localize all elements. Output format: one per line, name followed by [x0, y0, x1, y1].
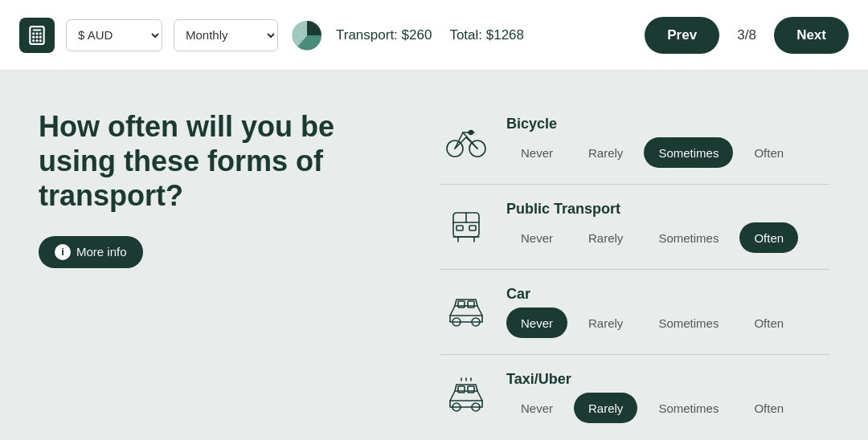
period-select[interactable]: Monthly Weekly Yearly	[174, 19, 278, 51]
transport-details: Taxi/UberNeverRarelySometimesOften	[506, 371, 829, 423]
transport-cost: Transport: $260	[336, 27, 432, 43]
more-info-label: More info	[76, 245, 127, 259]
pie-chart-icon	[289, 18, 325, 53]
transport-row: Public TransportNeverRarelySometimesOfte…	[440, 194, 829, 259]
transport-row: CarNeverRarelySometimesOften	[440, 279, 829, 344]
freq-btn-never[interactable]: Never	[506, 222, 567, 253]
freq-btn-never[interactable]: Never	[506, 393, 567, 423]
bicycle-icon	[440, 116, 492, 168]
taxi-icon	[440, 372, 492, 423]
calculator-icon	[19, 18, 55, 53]
transport-name: Car	[506, 286, 829, 303]
transport-details: BicycleNeverRarelySometimesOften	[506, 116, 829, 168]
freq-btn-often[interactable]: Often	[739, 137, 798, 168]
transport-details: Public TransportNeverRarelySometimesOfte…	[506, 201, 829, 253]
divider	[440, 184, 829, 185]
transport-row: BicycleNeverRarelySometimesOften	[440, 109, 829, 174]
topbar: $ AUD $ USD € EUR £ GBP Monthly Weekly Y…	[0, 0, 868, 71]
frequency-options: NeverRarelySometimesOften	[506, 137, 829, 168]
transport-row: Taxi/UberNeverRarelySometimesOften	[440, 365, 829, 430]
divider	[440, 354, 829, 355]
svg-rect-17	[457, 226, 463, 230]
divider	[440, 269, 829, 270]
freq-btn-sometimes[interactable]: Sometimes	[644, 308, 733, 338]
transport-name: Bicycle	[506, 116, 829, 132]
bus-icon	[440, 202, 492, 253]
freq-btn-rarely[interactable]: Rarely	[574, 308, 637, 338]
freq-btn-sometimes[interactable]: Sometimes	[644, 393, 733, 423]
next-button[interactable]: Next	[774, 17, 849, 54]
car-icon	[440, 287, 492, 338]
frequency-options: NeverRarelySometimesOften	[506, 393, 829, 423]
more-info-button[interactable]: i More info	[39, 236, 143, 268]
freq-btn-often[interactable]: Often	[739, 393, 798, 423]
total-cost: Total: $1268	[449, 27, 524, 43]
freq-btn-often[interactable]: Often	[739, 222, 798, 253]
freq-btn-never[interactable]: Never	[506, 308, 567, 338]
left-panel: How often will you be using these forms …	[39, 109, 376, 268]
freq-btn-sometimes[interactable]: Sometimes	[644, 222, 733, 253]
prev-button[interactable]: Prev	[645, 17, 719, 54]
page-indicator: 3/8	[731, 27, 763, 43]
svg-rect-18	[469, 226, 476, 230]
freq-btn-rarely[interactable]: Rarely	[574, 222, 637, 253]
freq-btn-often[interactable]: Often	[739, 308, 798, 338]
transport-details: CarNeverRarelySometimesOften	[506, 286, 829, 338]
transport-name: Taxi/Uber	[506, 371, 829, 388]
freq-btn-never[interactable]: Never	[506, 137, 567, 168]
transport-options-panel: BicycleNeverRarelySometimesOften Public …	[440, 109, 829, 430]
frequency-options: NeverRarelySometimesOften	[506, 308, 829, 338]
frequency-options: NeverRarelySometimesOften	[506, 222, 829, 253]
currency-select[interactable]: $ AUD $ USD € EUR £ GBP	[66, 19, 162, 51]
freq-btn-rarely[interactable]: Rarely	[574, 137, 637, 168]
freq-btn-sometimes[interactable]: Sometimes	[644, 137, 733, 168]
main-content: How often will you be using these forms …	[0, 71, 868, 440]
freq-btn-rarely[interactable]: Rarely	[574, 393, 637, 423]
question-title: How often will you be using these forms …	[39, 109, 376, 214]
transport-name: Public Transport	[506, 201, 829, 218]
info-icon: i	[55, 244, 71, 260]
